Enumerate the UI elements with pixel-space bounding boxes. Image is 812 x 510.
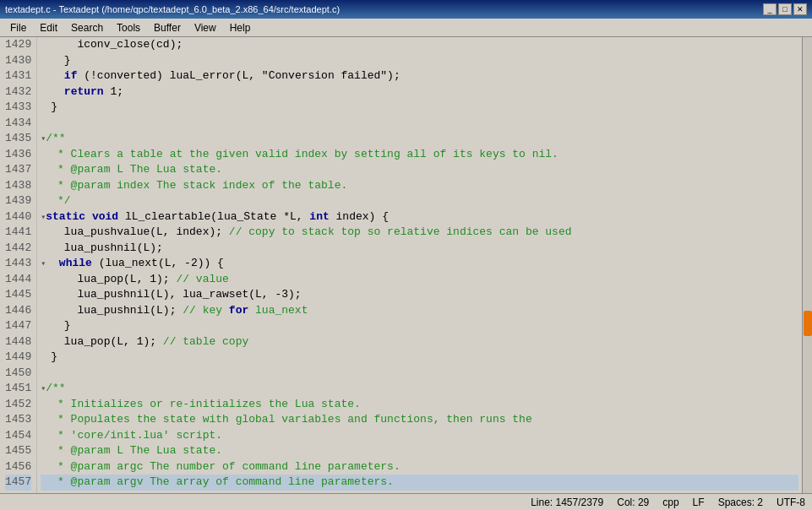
code-line: lua_pushnil(L); // key for lua_next [41,303,798,319]
line-number: 1429 [5,37,31,53]
code-line: } [41,53,798,69]
status-lang: cpp [662,496,678,508]
line-number: 1437 [5,162,31,178]
scrollbar[interactable] [802,37,812,493]
code-line: * @param argc The number of command line… [41,459,798,475]
scroll-thumb[interactable] [804,311,812,336]
status-spaces: Spaces: 2 [718,496,763,508]
code-line: * @param index The stack index of the ta… [41,178,798,194]
code-line: * @param reinit Flag indicating whether … [41,491,798,494]
line-number: 1458 [5,491,31,494]
code-line: * Clears a table at the given valid inde… [41,147,798,163]
line-number: 1439 [5,193,31,209]
code-line: } [41,100,798,116]
code-line [41,116,798,132]
status-eol: LF [693,496,705,508]
menu-item-help[interactable]: Help [223,20,258,35]
window-controls[interactable]: _ □ ✕ [763,3,807,15]
code-line: lua_pushnil(L); [41,241,798,257]
line-number: 1440 [5,209,31,225]
code-line [41,366,798,382]
line-number: 1430 [5,53,31,69]
line-number: 1442 [5,241,31,257]
code-content[interactable]: iconv_close(cd); } if (!converted) luaL_… [37,37,802,493]
window-title: textadept.c - Textadept (/home/qpc/texta… [5,4,340,14]
code-line: * @param L The Lua state. [41,162,798,178]
menu-item-buffer[interactable]: Buffer [147,20,188,35]
code-line: if (!converted) luaL_error(L, "Conversio… [41,68,798,84]
line-number: 1443 [5,256,31,272]
status-encoding: UTF-8 [777,496,805,508]
status-line: Line: 1457/2379 [531,496,603,508]
line-number: 1435 [5,131,31,147]
line-number: 1447 [5,318,31,334]
code-line: iconv_close(cd); [41,37,798,53]
minimize-button[interactable]: _ [763,3,777,15]
menu-item-tools[interactable]: Tools [110,20,147,35]
line-number: 1432 [5,84,31,100]
line-number: 1448 [5,334,31,350]
code-line: * Initializes or re-initializes the Lua … [41,397,798,413]
line-number: 1438 [5,178,31,194]
editor-container: 1429143014311432143314341435143614371438… [0,37,812,493]
menu-bar: FileEditSearchToolsBufferViewHelp [0,19,812,37]
code-line: * Populates the state with global variab… [41,412,798,428]
code-line: * @param L The Lua state. [41,443,798,459]
line-number: 1444 [5,272,31,288]
line-number: 1454 [5,428,31,444]
menu-item-view[interactable]: View [188,20,223,35]
menu-item-search[interactable]: Search [64,20,110,35]
code-line: */ [41,193,798,209]
line-number: 1446 [5,303,31,319]
code-line: lua_pop(L, 1); // table copy [41,334,798,350]
code-line: } [41,350,798,366]
code-area[interactable]: 1429143014311432143314341435143614371438… [0,37,812,493]
line-number: 1457 [5,475,31,491]
maximize-button[interactable]: □ [778,3,792,15]
line-number: 1431 [5,68,31,84]
code-line: ▾ while (lua_next(L, -2)) { [41,256,798,272]
title-bar: textadept.c - Textadept (/home/qpc/texta… [0,0,812,19]
line-number: 1455 [5,443,31,459]
status-col: Col: 29 [617,496,649,508]
close-button[interactable]: ✕ [793,3,807,15]
code-line: ▾/** [41,381,798,397]
code-line: lua_pop(L, 1); // value [41,272,798,288]
menu-item-file[interactable]: File [3,20,33,35]
line-number: 1451 [5,381,31,397]
menu-item-edit[interactable]: Edit [33,20,64,35]
line-number: 1441 [5,225,31,241]
code-line: ▾static void lL_cleartable(lua_State *L,… [41,209,798,225]
line-number: 1453 [5,412,31,428]
code-line: * 'core/init.lua' script. [41,428,798,444]
code-line: ▾/** [41,131,798,147]
line-number: 1434 [5,116,31,132]
line-number: 1436 [5,147,31,163]
line-number: 1456 [5,459,31,475]
status-bar: Line: 1457/2379 Col: 29 cpp LF Spaces: 2… [0,493,812,510]
line-number: 1445 [5,287,31,303]
line-number: 1449 [5,350,31,366]
line-number: 1452 [5,397,31,413]
line-numbers: 1429143014311432143314341435143614371438… [0,37,37,493]
code-line: return 1; [41,84,798,100]
code-line: * @param argv The array of command line … [41,475,798,491]
code-line: lua_pushvalue(L, index); // copy to stac… [41,225,798,241]
code-line: lua_pushnil(L), lua_rawset(L, -3); [41,287,798,303]
code-line: } [41,318,798,334]
line-number: 1433 [5,100,31,116]
line-number: 1450 [5,366,31,382]
